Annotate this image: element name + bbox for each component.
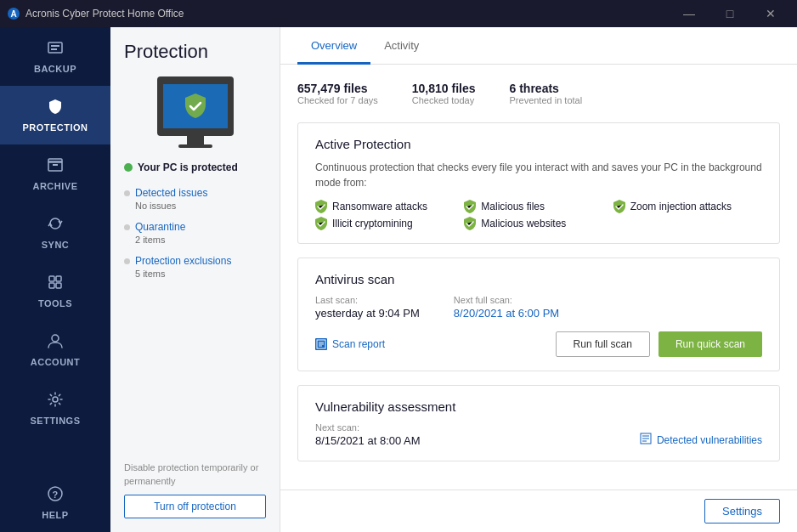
nav-dot-quarantine — [124, 224, 130, 230]
vuln-next-scan-value: 8/15/2021 at 8:00 AM — [315, 434, 421, 447]
protection-ransomware-label: Ransomware attacks — [332, 201, 427, 212]
detected-vulnerabilities-text: Detected vulnerabilities — [657, 434, 762, 446]
sidebar-label-settings: SETTINGS — [30, 416, 80, 426]
shield-check-zoom — [613, 201, 625, 212]
stat-7days: 657,479 files Checked for 7 days — [297, 82, 378, 105]
sidebar-item-backup[interactable]: BACKUP — [0, 27, 110, 86]
vulnerability-card: Vulnerability assessment Next scan: 8/15… — [297, 385, 780, 461]
sidebar-item-sync[interactable]: SYNC — [0, 203, 110, 262]
antivirus-actions: Scan report Run full scan Run quick scan — [315, 331, 762, 357]
stat-today-value: 10,810 files — [412, 82, 476, 95]
left-panel: Protection Your PC is protected — [110, 27, 280, 532]
nav-quarantine-sub: 2 items — [124, 235, 266, 245]
nav-dot-detected — [124, 190, 130, 196]
antivirus-card: Antivirus scan Last scan: yesterday at 9… — [297, 258, 780, 371]
shield-check-malicious-files — [464, 201, 476, 212]
av-next-scan-label: Next full scan: — [454, 295, 559, 305]
protection-malicious-files-label: Malicious files — [481, 201, 545, 212]
protection-items: Ransomware attacks Malicious files Zoom … — [315, 201, 762, 229]
sidebar-item-protection[interactable]: PROTECTION — [0, 86, 110, 144]
close-button[interactable]: ✕ — [751, 0, 790, 27]
nav-exclusions[interactable]: Protection exclusions 5 items — [124, 255, 266, 279]
nav-detected-sub: No issues — [124, 201, 266, 211]
vulnerability-info: Next scan: 8/15/2021 at 8:00 AM Detected… — [315, 422, 762, 447]
nav-quarantine-title: Quarantine — [135, 221, 185, 233]
turn-off-button[interactable]: Turn off protection — [124, 495, 266, 518]
nav-exclusions-sub: 5 items — [124, 269, 266, 279]
detected-vulnerabilities-link[interactable]: Detected vulnerabilities — [640, 433, 762, 447]
shield-check-ransomware — [315, 201, 327, 212]
antivirus-title: Antivirus scan — [315, 272, 762, 286]
svg-rect-4 — [51, 48, 57, 50]
sidebar-label-account: ACCOUNT — [31, 357, 81, 367]
av-last-scan-value: yesterday at 9:04 PM — [315, 307, 420, 320]
titlebar-title: Acronis Cyber Protect Home Office — [25, 8, 670, 20]
scan-report-icon — [315, 338, 327, 350]
sidebar-item-help[interactable]: ? HELP — [0, 473, 110, 532]
svg-point-13 — [53, 397, 58, 402]
protection-malicious-websites: Malicious websites — [464, 218, 613, 229]
scan-buttons: Run full scan Run quick scan — [556, 331, 762, 357]
protection-status: Your PC is protected — [124, 161, 266, 173]
stat-threats-label: Prevented in total — [510, 95, 583, 105]
shield-illustration — [184, 93, 207, 120]
sidebar-label-backup: BACKUP — [34, 64, 76, 74]
svg-text:A: A — [10, 9, 16, 19]
sidebar-item-settings[interactable]: SETTINGS — [0, 379, 110, 438]
vulnerability-title: Vulnerability assessment — [315, 399, 762, 414]
tabs: Overview Activity — [280, 27, 797, 65]
left-nav: Detected issues No issues Quarantine 2 i… — [124, 187, 266, 279]
computer-illustration — [124, 76, 266, 148]
active-protection-card: Active Protection Continuous protection … — [297, 122, 780, 244]
nav-dot-exclusions — [124, 258, 130, 264]
stat-today-label: Checked today — [412, 95, 476, 105]
run-quick-scan-button[interactable]: Run quick scan — [659, 331, 762, 357]
sidebar-item-account[interactable]: ACCOUNT — [0, 320, 110, 379]
sync-icon — [47, 215, 64, 236]
protection-malicious-files: Malicious files — [464, 201, 613, 212]
vuln-next-scan-label: Next scan: — [315, 422, 421, 433]
svg-rect-2 — [48, 42, 62, 53]
disable-text: Disable protection temporarily or perman… — [124, 461, 266, 488]
scan-report-link[interactable]: Scan report — [315, 338, 385, 350]
active-protection-desc: Continuous protection that checks every … — [315, 160, 762, 190]
minimize-button[interactable]: — — [670, 0, 709, 27]
sidebar-label-tools: TOOLS — [38, 298, 72, 308]
stat-7days-label: Checked for 7 days — [297, 95, 378, 105]
svg-rect-6 — [48, 159, 62, 162]
sidebar-label-help: HELP — [42, 510, 68, 520]
sidebar-item-tools[interactable]: TOOLS — [0, 262, 110, 320]
shield-check-malicious-websites — [464, 218, 476, 229]
protection-ransomware: Ransomware attacks — [315, 201, 464, 212]
protection-icon — [47, 98, 64, 119]
antivirus-info: Last scan: yesterday at 9:04 PM Next ful… — [315, 295, 762, 320]
svg-rect-7 — [53, 164, 58, 166]
av-last-scan: Last scan: yesterday at 9:04 PM — [315, 295, 420, 320]
vuln-link-icon — [640, 433, 652, 447]
stat-threats-value: 6 threats — [510, 82, 583, 95]
bottom-bar: Settings — [280, 490, 797, 532]
maximize-button[interactable]: □ — [710, 0, 749, 27]
tab-overview[interactable]: Overview — [297, 27, 370, 65]
sidebar-label-archive: ARCHIVE — [32, 181, 77, 191]
svg-rect-11 — [56, 283, 61, 288]
help-icon: ? — [47, 485, 64, 507]
stats-row: 657,479 files Checked for 7 days 10,810 … — [297, 82, 780, 105]
sidebar-item-archive[interactable]: ARCHIVE — [0, 144, 110, 203]
nav-detected-title: Detected issues — [135, 187, 207, 199]
protection-zoom: Zoom injection attacks — [613, 201, 762, 212]
av-next-scan-value: 8/20/2021 at 6:00 PM — [454, 307, 559, 320]
tab-activity[interactable]: Activity — [370, 27, 432, 65]
settings-icon — [47, 391, 64, 412]
svg-point-12 — [52, 335, 59, 342]
protection-cryptomining: Illicit cryptomining — [315, 218, 464, 229]
window-controls: — □ ✕ — [670, 0, 790, 27]
settings-button[interactable]: Settings — [704, 499, 780, 524]
protection-zoom-label: Zoom injection attacks — [630, 201, 732, 212]
nav-detected-issues[interactable]: Detected issues No issues — [124, 187, 266, 211]
nav-quarantine[interactable]: Quarantine 2 items — [124, 221, 266, 245]
backup-icon — [47, 39, 64, 60]
main-content: Overview Activity 657,479 files Checked … — [280, 27, 797, 532]
av-last-scan-label: Last scan: — [315, 295, 420, 305]
run-full-scan-button[interactable]: Run full scan — [556, 331, 650, 357]
